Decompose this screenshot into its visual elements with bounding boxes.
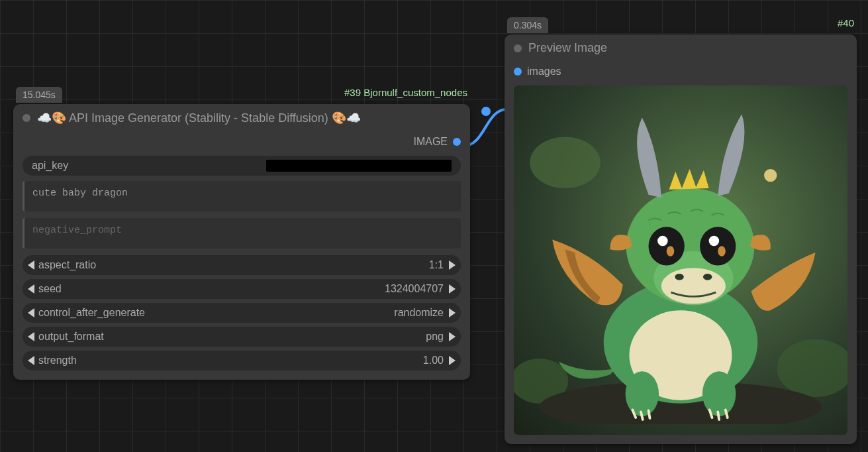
param-label: seed <box>38 283 62 295</box>
preview-node[interactable]: 0.304s #40 Preview Image images <box>505 34 857 444</box>
chevron-left-icon[interactable] <box>28 260 34 270</box>
generator-node[interactable]: 15.045s #39 Bjornulf_custom_nodes ☁️🎨 AP… <box>13 104 470 380</box>
param-value: 1.00 <box>423 355 444 367</box>
param-label: strength <box>38 355 77 367</box>
dragon-illustration-icon <box>514 85 847 424</box>
svg-point-19 <box>667 246 675 256</box>
svg-point-15 <box>649 227 685 265</box>
svg-point-17 <box>657 236 668 247</box>
chevron-right-icon[interactable] <box>449 332 456 341</box>
param-seed[interactable]: seed 1324004707 <box>23 279 461 299</box>
execution-time-badge: 0.304s <box>507 17 548 33</box>
param-control-after-generate[interactable]: control_after_generate randomize <box>23 303 461 323</box>
negative-prompt-textarea[interactable]: negative_prompt <box>23 218 461 249</box>
param-value: png <box>426 331 444 343</box>
input-port-label: images <box>527 66 561 78</box>
chevron-left-icon[interactable] <box>28 284 34 294</box>
svg-point-18 <box>709 236 720 247</box>
chevron-right-icon[interactable] <box>449 260 456 270</box>
node-id-badge: #39 Bjornulf_custom_nodes <box>344 87 467 98</box>
svg-point-20 <box>718 246 726 256</box>
chevron-left-icon[interactable] <box>28 308 34 317</box>
param-value: 1:1 <box>429 259 444 271</box>
execution-time-badge: 15.045s <box>16 87 62 103</box>
chevron-left-icon[interactable] <box>28 356 34 365</box>
node-header[interactable]: Preview Image <box>505 34 857 62</box>
svg-point-14 <box>703 274 712 280</box>
param-label: aspect_ratio <box>38 259 96 271</box>
chevron-right-icon[interactable] <box>449 356 456 365</box>
api-key-label: api_key <box>32 160 68 172</box>
svg-point-12 <box>661 268 726 304</box>
node-header[interactable]: ☁️🎨 API Image Generator (Stability - Sta… <box>13 104 470 132</box>
node-title: ☁️🎨 API Image Generator (Stability - Sta… <box>37 111 361 125</box>
input-port-dot-icon[interactable] <box>514 68 522 76</box>
svg-point-8 <box>626 371 659 416</box>
api-key-field[interactable]: api_key <box>23 156 461 176</box>
svg-point-2 <box>777 339 847 397</box>
node-title: Preview Image <box>528 41 607 55</box>
generated-image[interactable] <box>514 85 847 435</box>
collapse-dot-icon[interactable] <box>514 44 522 52</box>
svg-point-13 <box>675 274 684 280</box>
node-id-badge: #40 <box>838 17 854 28</box>
svg-point-9 <box>702 371 736 416</box>
chevron-right-icon[interactable] <box>449 284 456 294</box>
param-label: control_after_generate <box>38 307 145 319</box>
api-key-value-masked[interactable] <box>266 160 452 172</box>
param-label: output_format <box>38 331 104 343</box>
output-port-row[interactable]: IMAGE <box>13 132 470 152</box>
param-value: randomize <box>394 307 444 319</box>
output-port-label: IMAGE <box>413 136 448 148</box>
param-strength[interactable]: strength 1.00 <box>23 351 461 370</box>
collapse-dot-icon[interactable] <box>23 114 30 122</box>
input-port-row[interactable]: images <box>505 62 857 82</box>
chevron-right-icon[interactable] <box>449 308 456 317</box>
svg-point-16 <box>700 227 736 265</box>
param-value: 1324004707 <box>385 283 444 295</box>
svg-point-4 <box>764 169 777 182</box>
prompt-textarea[interactable]: cute baby dragon <box>23 181 461 211</box>
svg-point-1 <box>530 137 601 189</box>
output-port-dot-icon[interactable] <box>453 138 461 146</box>
param-output-format[interactable]: output_format png <box>23 327 461 347</box>
param-aspect-ratio[interactable]: aspect_ratio 1:1 <box>23 255 461 275</box>
chevron-left-icon[interactable] <box>28 332 34 341</box>
